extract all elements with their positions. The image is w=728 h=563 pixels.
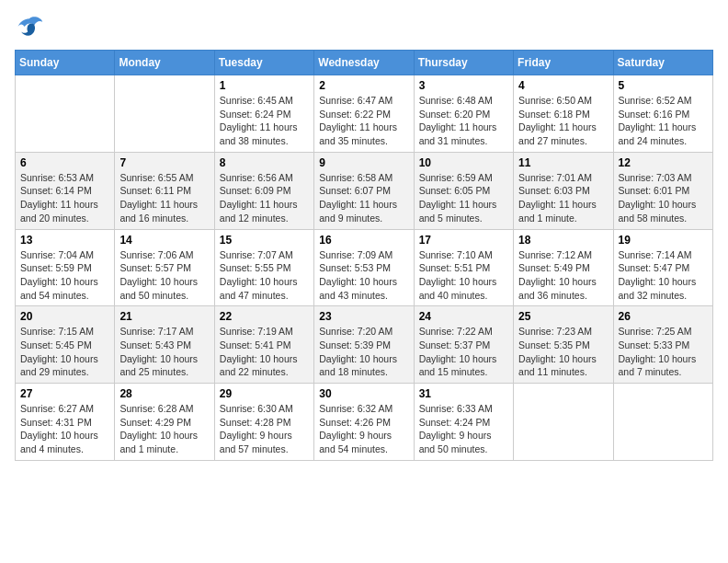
- day-info-text: Sunrise: 7:22 AM: [419, 325, 508, 339]
- day-cell: 6Sunrise: 6:53 AMSunset: 6:14 PMDaylight…: [16, 152, 115, 229]
- day-number: 21: [119, 310, 209, 323]
- day-info-text: Sunrise: 7:14 AM: [619, 248, 708, 262]
- day-number: 29: [220, 387, 309, 400]
- day-info-text: Sunrise: 6:27 AM: [20, 402, 109, 416]
- week-row-1: 1Sunrise: 6:45 AMSunset: 6:24 PMDaylight…: [16, 75, 713, 153]
- day-cell: 13Sunrise: 7:04 AMSunset: 5:59 PMDayligh…: [16, 229, 115, 306]
- day-info-text: Sunrise: 6:33 AM: [419, 402, 508, 416]
- day-cell: 16Sunrise: 7:09 AMSunset: 5:53 PMDayligh…: [314, 229, 414, 306]
- day-number: 27: [20, 387, 109, 400]
- day-cell: 31Sunrise: 6:33 AMSunset: 4:24 PMDayligh…: [414, 384, 513, 461]
- day-number: 16: [319, 234, 408, 247]
- day-info-text: Daylight: 11 hours and 27 minutes.: [518, 121, 608, 147]
- day-info-text: Sunset: 4:29 PM: [119, 416, 209, 430]
- day-cell: 28Sunrise: 6:28 AMSunset: 4:29 PMDayligh…: [115, 384, 214, 461]
- page-header: [15, 15, 713, 40]
- day-cell: 5Sunrise: 6:52 AMSunset: 6:16 PMDaylight…: [613, 75, 712, 153]
- day-info-text: Sunset: 6:07 PM: [319, 184, 408, 198]
- day-info-text: Sunrise: 6:58 AM: [319, 171, 408, 185]
- logo: [15, 15, 48, 40]
- day-number: 24: [419, 310, 508, 323]
- day-info-text: Daylight: 10 hours and 50 minutes.: [119, 275, 209, 302]
- day-info-text: Sunset: 5:57 PM: [119, 261, 209, 275]
- day-cell: 15Sunrise: 7:07 AMSunset: 5:55 PMDayligh…: [214, 229, 313, 306]
- day-number: 19: [619, 234, 708, 247]
- day-info-text: Sunrise: 7:20 AM: [319, 325, 408, 339]
- day-info-text: Daylight: 9 hours and 54 minutes.: [319, 429, 408, 455]
- day-cell: 17Sunrise: 7:10 AMSunset: 5:51 PMDayligh…: [414, 229, 513, 306]
- day-info-text: Sunset: 5:43 PM: [119, 339, 209, 352]
- day-number: 20: [20, 310, 109, 323]
- header-cell-friday: Friday: [514, 51, 613, 75]
- day-cell: [613, 384, 712, 461]
- day-info-text: Sunset: 6:14 PM: [20, 184, 109, 198]
- day-cell: [514, 384, 613, 461]
- day-info-text: Sunset: 4:24 PM: [419, 416, 508, 430]
- header-cell-thursday: Thursday: [414, 51, 513, 75]
- day-info-text: Sunset: 5:55 PM: [220, 261, 309, 275]
- day-info-text: Sunset: 6:18 PM: [518, 108, 608, 121]
- day-number: 12: [619, 156, 708, 169]
- day-number: 8: [220, 156, 309, 169]
- day-number: 25: [518, 310, 608, 323]
- day-info-text: Daylight: 10 hours and 1 minute.: [119, 429, 209, 455]
- day-number: 14: [119, 234, 209, 247]
- day-number: 17: [419, 234, 508, 247]
- day-number: 15: [220, 234, 309, 247]
- day-info-text: Sunrise: 6:45 AM: [220, 94, 309, 108]
- day-cell: 26Sunrise: 7:25 AMSunset: 5:33 PMDayligh…: [613, 306, 712, 384]
- day-cell: 29Sunrise: 6:30 AMSunset: 4:28 PMDayligh…: [214, 384, 313, 461]
- day-info-text: Sunset: 6:05 PM: [419, 184, 508, 198]
- day-number: 10: [419, 156, 508, 169]
- day-info-text: Daylight: 10 hours and 29 minutes.: [20, 352, 109, 379]
- day-info-text: Sunset: 5:41 PM: [220, 339, 309, 352]
- day-cell: [115, 75, 214, 153]
- day-info-text: Sunrise: 7:01 AM: [518, 171, 608, 185]
- day-cell: 2Sunrise: 6:47 AMSunset: 6:22 PMDaylight…: [314, 75, 414, 153]
- day-info-text: Sunrise: 6:59 AM: [419, 171, 508, 185]
- day-cell: 11Sunrise: 7:01 AMSunset: 6:03 PMDayligh…: [514, 152, 613, 229]
- day-cell: 19Sunrise: 7:14 AMSunset: 5:47 PMDayligh…: [613, 229, 712, 306]
- day-cell: 8Sunrise: 6:56 AMSunset: 6:09 PMDaylight…: [214, 152, 313, 229]
- day-cell: 23Sunrise: 7:20 AMSunset: 5:39 PMDayligh…: [314, 306, 414, 384]
- day-info-text: Sunrise: 6:48 AM: [419, 94, 508, 108]
- day-info-text: Sunrise: 7:09 AM: [319, 248, 408, 262]
- day-info-text: Sunrise: 6:56 AM: [220, 171, 309, 185]
- day-info-text: Daylight: 11 hours and 1 minute.: [518, 198, 608, 224]
- day-info-text: Sunset: 5:47 PM: [619, 261, 708, 275]
- day-cell: 10Sunrise: 6:59 AMSunset: 6:05 PMDayligh…: [414, 152, 513, 229]
- day-info-text: Daylight: 10 hours and 25 minutes.: [119, 352, 209, 379]
- day-number: 5: [619, 79, 708, 92]
- week-row-4: 20Sunrise: 7:15 AMSunset: 5:45 PMDayligh…: [16, 306, 713, 384]
- day-info-text: Daylight: 10 hours and 32 minutes.: [619, 275, 708, 302]
- header-cell-monday: Monday: [115, 51, 214, 75]
- day-number: 26: [619, 310, 708, 323]
- day-info-text: Daylight: 11 hours and 16 minutes.: [119, 198, 209, 224]
- day-info-text: Daylight: 11 hours and 5 minutes.: [419, 198, 508, 224]
- day-info-text: Sunrise: 7:04 AM: [20, 248, 109, 262]
- day-number: 7: [119, 156, 209, 169]
- day-info-text: Sunrise: 7:10 AM: [419, 248, 508, 262]
- calendar-header: SundayMondayTuesdayWednesdayThursdayFrid…: [16, 51, 713, 75]
- header-cell-sunday: Sunday: [16, 51, 115, 75]
- day-cell: 7Sunrise: 6:55 AMSunset: 6:11 PMDaylight…: [115, 152, 214, 229]
- day-info-text: Sunset: 6:01 PM: [619, 184, 708, 198]
- day-info-text: Daylight: 10 hours and 7 minutes.: [619, 352, 708, 379]
- week-row-3: 13Sunrise: 7:04 AMSunset: 5:59 PMDayligh…: [16, 229, 713, 306]
- day-info-text: Sunset: 6:16 PM: [619, 108, 708, 121]
- day-number: 1: [220, 79, 309, 92]
- day-cell: 20Sunrise: 7:15 AMSunset: 5:45 PMDayligh…: [16, 306, 115, 384]
- day-info-text: Sunset: 6:22 PM: [319, 108, 408, 121]
- day-info-text: Daylight: 11 hours and 31 minutes.: [419, 121, 508, 147]
- day-info-text: Sunset: 5:33 PM: [619, 339, 708, 352]
- day-number: 9: [319, 156, 408, 169]
- week-row-2: 6Sunrise: 6:53 AMSunset: 6:14 PMDaylight…: [16, 152, 713, 229]
- day-number: 2: [319, 79, 408, 92]
- day-cell: 3Sunrise: 6:48 AMSunset: 6:20 PMDaylight…: [414, 75, 513, 153]
- logo-bird-icon: [15, 15, 44, 40]
- day-info-text: Sunrise: 6:30 AM: [220, 402, 309, 416]
- day-info-text: Sunrise: 6:32 AM: [319, 402, 408, 416]
- day-cell: [16, 75, 115, 153]
- day-cell: 12Sunrise: 7:03 AMSunset: 6:01 PMDayligh…: [613, 152, 712, 229]
- day-info-text: Sunrise: 7:12 AM: [518, 248, 608, 262]
